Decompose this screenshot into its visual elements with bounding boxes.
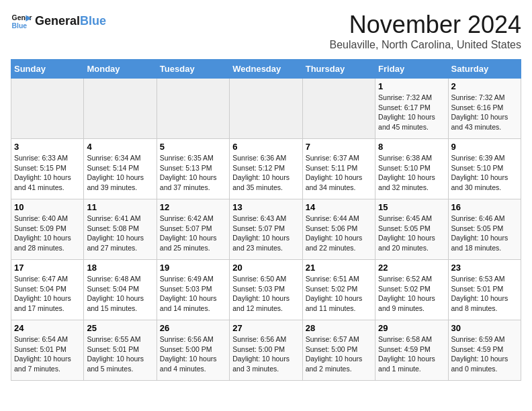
calendar-cell: 5Sunrise: 6:35 AM Sunset: 5:13 PM Daylig…	[157, 139, 229, 199]
calendar-cell: 14Sunrise: 6:44 AM Sunset: 5:06 PM Dayli…	[302, 199, 375, 260]
day-number: 17	[14, 263, 81, 273]
calendar-cell: 2Sunrise: 7:32 AM Sunset: 6:16 PM Daylig…	[448, 79, 521, 139]
col-header-wednesday: Wednesday	[230, 60, 302, 79]
col-header-friday: Friday	[375, 60, 448, 79]
day-info: Sunrise: 6:49 AM Sunset: 5:03 PM Dayligh…	[160, 274, 226, 314]
day-number: 22	[378, 263, 445, 273]
day-number: 13	[232, 202, 299, 212]
calendar-cell: 19Sunrise: 6:49 AM Sunset: 5:03 PM Dayli…	[157, 260, 229, 320]
day-info: Sunrise: 6:35 AM Sunset: 5:13 PM Dayligh…	[160, 153, 226, 193]
location-title: Beulaville, North Carolina, United State…	[330, 39, 521, 51]
calendar-cell: 22Sunrise: 6:52 AM Sunset: 5:02 PM Dayli…	[375, 260, 448, 320]
day-number: 24	[14, 323, 81, 333]
day-number: 3	[14, 142, 81, 152]
day-number: 5	[160, 142, 226, 152]
day-info: Sunrise: 6:50 AM Sunset: 5:03 PM Dayligh…	[232, 274, 299, 314]
col-header-saturday: Saturday	[448, 60, 521, 79]
calendar-cell: 3Sunrise: 6:33 AM Sunset: 5:15 PM Daylig…	[11, 139, 84, 199]
day-number: 27	[232, 323, 299, 333]
day-number: 28	[306, 323, 372, 333]
day-info: Sunrise: 6:34 AM Sunset: 5:14 PM Dayligh…	[87, 153, 153, 193]
calendar-cell: 12Sunrise: 6:42 AM Sunset: 5:07 PM Dayli…	[157, 199, 229, 260]
day-info: Sunrise: 6:55 AM Sunset: 5:01 PM Dayligh…	[87, 334, 153, 374]
day-info: Sunrise: 6:57 AM Sunset: 5:00 PM Dayligh…	[306, 334, 372, 374]
calendar-cell	[11, 79, 84, 139]
calendar-cell: 10Sunrise: 6:40 AM Sunset: 5:09 PM Dayli…	[11, 199, 84, 260]
day-number: 4	[87, 142, 153, 152]
day-number: 26	[160, 323, 226, 333]
col-header-sunday: Sunday	[11, 60, 84, 79]
day-number: 19	[160, 263, 226, 273]
day-number: 14	[306, 202, 372, 212]
logo-icon: General Blue	[11, 11, 32, 32]
day-info: Sunrise: 6:45 AM Sunset: 5:05 PM Dayligh…	[378, 214, 445, 253]
calendar-week-4: 17Sunrise: 6:47 AM Sunset: 5:04 PM Dayli…	[11, 260, 521, 320]
logo: General Blue GeneralBlue	[11, 11, 106, 32]
calendar-cell: 30Sunrise: 6:59 AM Sunset: 4:59 PM Dayli…	[448, 320, 521, 381]
calendar-header-row: SundayMondayTuesdayWednesdayThursdayFrid…	[11, 60, 521, 79]
day-number: 21	[306, 263, 372, 273]
calendar-cell: 9Sunrise: 6:39 AM Sunset: 5:10 PM Daylig…	[448, 139, 521, 199]
day-number: 12	[160, 202, 226, 212]
day-info: Sunrise: 6:44 AM Sunset: 5:06 PM Dayligh…	[306, 214, 372, 253]
day-number: 25	[87, 323, 153, 333]
logo-line1: GeneralBlue	[35, 15, 106, 28]
day-number: 7	[306, 142, 372, 152]
calendar-cell: 28Sunrise: 6:57 AM Sunset: 5:00 PM Dayli…	[302, 320, 375, 381]
calendar-cell: 8Sunrise: 6:38 AM Sunset: 5:10 PM Daylig…	[375, 139, 448, 199]
day-number: 8	[378, 142, 445, 152]
svg-text:Blue: Blue	[12, 22, 28, 30]
day-info: Sunrise: 6:46 AM Sunset: 5:05 PM Dayligh…	[451, 214, 518, 253]
title-area: November 2024 Beulaville, North Carolina…	[330, 11, 521, 51]
day-info: Sunrise: 6:42 AM Sunset: 5:07 PM Dayligh…	[160, 214, 226, 253]
calendar-cell: 27Sunrise: 6:56 AM Sunset: 5:00 PM Dayli…	[230, 320, 302, 381]
logo-line2: Blue	[80, 14, 106, 28]
calendar-cell: 23Sunrise: 6:53 AM Sunset: 5:01 PM Dayli…	[448, 260, 521, 320]
day-info: Sunrise: 6:38 AM Sunset: 5:10 PM Dayligh…	[378, 153, 445, 193]
col-header-tuesday: Tuesday	[157, 60, 229, 79]
day-info: Sunrise: 6:41 AM Sunset: 5:08 PM Dayligh…	[87, 214, 153, 253]
day-number: 2	[451, 81, 518, 91]
day-info: Sunrise: 6:54 AM Sunset: 5:01 PM Dayligh…	[14, 334, 81, 374]
calendar-week-2: 3Sunrise: 6:33 AM Sunset: 5:15 PM Daylig…	[11, 139, 521, 199]
day-info: Sunrise: 6:33 AM Sunset: 5:15 PM Dayligh…	[14, 153, 81, 193]
day-number: 10	[14, 202, 81, 212]
day-number: 11	[87, 202, 153, 212]
day-info: Sunrise: 6:43 AM Sunset: 5:07 PM Dayligh…	[232, 214, 299, 253]
day-number: 9	[451, 142, 518, 152]
day-info: Sunrise: 6:40 AM Sunset: 5:09 PM Dayligh…	[14, 214, 81, 253]
day-number: 15	[378, 202, 445, 212]
calendar-cell: 13Sunrise: 6:43 AM Sunset: 5:07 PM Dayli…	[230, 199, 302, 260]
day-number: 1	[378, 81, 445, 91]
day-number: 16	[451, 202, 518, 212]
day-info: Sunrise: 6:37 AM Sunset: 5:11 PM Dayligh…	[306, 153, 372, 193]
calendar-week-5: 24Sunrise: 6:54 AM Sunset: 5:01 PM Dayli…	[11, 320, 521, 381]
calendar-cell: 29Sunrise: 6:58 AM Sunset: 4:59 PM Dayli…	[375, 320, 448, 381]
calendar-cell: 26Sunrise: 6:56 AM Sunset: 5:00 PM Dayli…	[157, 320, 229, 381]
calendar-cell: 11Sunrise: 6:41 AM Sunset: 5:08 PM Dayli…	[84, 199, 157, 260]
calendar-table: SundayMondayTuesdayWednesdayThursdayFrid…	[11, 59, 521, 381]
day-info: Sunrise: 6:47 AM Sunset: 5:04 PM Dayligh…	[14, 274, 81, 314]
month-title: November 2024	[330, 11, 521, 39]
calendar-cell	[302, 79, 375, 139]
calendar-cell: 4Sunrise: 6:34 AM Sunset: 5:14 PM Daylig…	[84, 139, 157, 199]
day-info: Sunrise: 6:39 AM Sunset: 5:10 PM Dayligh…	[451, 153, 518, 193]
day-number: 18	[87, 263, 153, 273]
day-info: Sunrise: 6:56 AM Sunset: 5:00 PM Dayligh…	[160, 334, 226, 374]
calendar-cell	[157, 79, 229, 139]
calendar-cell: 18Sunrise: 6:48 AM Sunset: 5:04 PM Dayli…	[84, 260, 157, 320]
calendar-week-1: 1Sunrise: 7:32 AM Sunset: 6:17 PM Daylig…	[11, 79, 521, 139]
header: General Blue GeneralBlue November 2024 B…	[11, 11, 521, 51]
day-info: Sunrise: 6:36 AM Sunset: 5:12 PM Dayligh…	[232, 153, 299, 193]
col-header-thursday: Thursday	[302, 60, 375, 79]
calendar-cell: 25Sunrise: 6:55 AM Sunset: 5:01 PM Dayli…	[84, 320, 157, 381]
calendar-cell: 21Sunrise: 6:51 AM Sunset: 5:02 PM Dayli…	[302, 260, 375, 320]
calendar-cell: 16Sunrise: 6:46 AM Sunset: 5:05 PM Dayli…	[448, 199, 521, 260]
calendar-cell	[84, 79, 157, 139]
day-info: Sunrise: 6:51 AM Sunset: 5:02 PM Dayligh…	[306, 274, 372, 314]
calendar-week-3: 10Sunrise: 6:40 AM Sunset: 5:09 PM Dayli…	[11, 199, 521, 260]
day-number: 29	[378, 323, 445, 333]
day-number: 30	[451, 323, 518, 333]
calendar-cell: 17Sunrise: 6:47 AM Sunset: 5:04 PM Dayli…	[11, 260, 84, 320]
day-info: Sunrise: 6:58 AM Sunset: 4:59 PM Dayligh…	[378, 334, 445, 374]
